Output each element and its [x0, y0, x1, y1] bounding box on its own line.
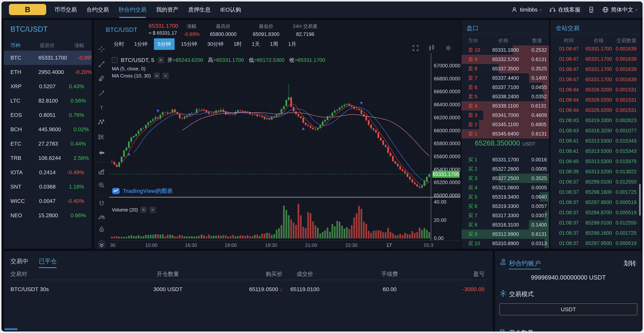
coin-row-WICC[interactable]: WICC 0.0047 -0.40%: [4, 194, 92, 208]
pane-separator[interactable]: [109, 197, 460, 198]
bid-row-4[interactable]: 买 4 65321.0600 0.0005: [462, 183, 549, 192]
user-menu[interactable]: timibbs ‹: [511, 6, 542, 13]
trade-row: 01:08:47 65331.1700 0.001639: [550, 74, 641, 85]
coin-row-LTC[interactable]: LTC 82.8100 0.56%: [4, 94, 92, 108]
coin-row-IOTA[interactable]: IOTA 0.2414 -0.49%: [4, 165, 92, 180]
nav-item-5[interactable]: IEO认购: [220, 1, 241, 18]
trade-time: 01:08:47: [555, 46, 583, 52]
ask-row-1[interactable]: 卖 10 65331.1800 0.2532: [462, 45, 549, 55]
arrow-left-icon[interactable]: [98, 149, 106, 157]
nav-item-0[interactable]: 币币交易: [54, 1, 77, 18]
edit-lock-icon[interactable]: [98, 212, 106, 220]
coin-row-ETC[interactable]: ETC 27.2783 0.44%: [4, 137, 92, 151]
timeframe-30分钟[interactable]: 30分钟: [204, 38, 227, 50]
nav-item-2[interactable]: 秒合约交易: [118, 1, 146, 18]
close-icon[interactable]: ×: [162, 73, 169, 79]
online-support[interactable]: 在线客服: [549, 6, 580, 13]
trade-qty: 0.001725: [614, 189, 636, 195]
tab-closed[interactable]: 已平仓: [39, 257, 57, 268]
timeframe-1时[interactable]: 1时: [230, 38, 246, 50]
brush-icon[interactable]: [98, 89, 106, 97]
trade-mode-select[interactable]: USDT: [500, 304, 637, 315]
bid-row-3[interactable]: 买 3 65327.2500 0.3525: [462, 174, 549, 183]
headset-icon: [549, 6, 556, 13]
trend-line-icon[interactable]: [98, 60, 106, 68]
ask-row-7[interactable]: 卖 4 65339.1100 0.6131: [462, 101, 549, 111]
coin-row-BTC[interactable]: BTC 65331.1700 -0.69%: [4, 51, 92, 65]
close-icon[interactable]: ×: [150, 207, 156, 213]
ask-label: 卖 5: [468, 93, 492, 100]
bid-row-7[interactable]: 买 7 65317.3300 0.0307: [462, 211, 549, 220]
price-axis[interactable]: 67000.000066800.000066600.000066400.0000…: [431, 53, 461, 241]
coin-row-NEO[interactable]: NEO 15.2800 0.66%: [4, 208, 92, 223]
candlestick-chart[interactable]: [109, 53, 431, 241]
timeframe-1月[interactable]: 1月: [284, 38, 300, 50]
gear-icon[interactable]: [140, 207, 147, 213]
coin-row-ETH[interactable]: ETH 2950.4000 -0.20%: [4, 65, 92, 79]
chevron-double-down-icon[interactable]: [98, 241, 106, 249]
coin-row-SNT[interactable]: SNT 0.0368 1.18%: [4, 180, 92, 194]
coin-table-header: 币种 最新价 涨幅: [4, 40, 92, 51]
timeframe-1分钟[interactable]: 1分钟: [130, 38, 151, 50]
ask-row-4[interactable]: 卖 7 65337.4400 0.1400: [462, 73, 549, 83]
xabcd-pattern-icon[interactable]: [98, 118, 106, 126]
ask-row-8[interactable]: 卖 3 65341.7000 0.4609: [462, 111, 549, 120]
bid-price: 65317.3300: [492, 213, 519, 219]
stat-high: 最高价65800.0000: [210, 20, 237, 37]
nav-item-3[interactable]: 我的资产: [156, 1, 178, 18]
timeframe-1周[interactable]: 1周: [266, 38, 282, 50]
coins-icon: [500, 328, 507, 333]
bid-row-6[interactable]: 买 6 65319.3300 0.0057: [462, 202, 549, 211]
bid-row-10[interactable]: 买 10 65310.8900 0.0313: [462, 239, 549, 248]
coin-row-BCH[interactable]: BCH 445.9600 0.02%: [4, 122, 92, 137]
ask-row-3[interactable]: 卖 8 65337.3500 0.3525: [462, 64, 549, 73]
ohlc-item: 高=65331.1700: [208, 57, 244, 64]
bid-row-8[interactable]: 买 8 65316.3100 0.1400: [462, 220, 549, 230]
crosshair-icon[interactable]: [98, 45, 106, 53]
coin-row-TRB[interactable]: TRB 106.6244 2.56%: [4, 151, 92, 165]
zoom-in-icon[interactable]: [98, 181, 106, 189]
timeframe-分时[interactable]: 分时: [110, 38, 128, 50]
ask-row-5[interactable]: 卖 6 65337.7100 0.0455: [462, 83, 549, 92]
transfer-button[interactable]: 划转: [624, 259, 636, 268]
chart-style-icon[interactable]: [428, 44, 436, 52]
coin-row-EOS[interactable]: EOS 0.8051 0.76%: [4, 108, 92, 122]
lock-icon[interactable]: [98, 225, 106, 233]
ask-label: 卖 7: [468, 75, 492, 81]
text-icon[interactable]: T: [98, 103, 106, 112]
app-download[interactable]: APP: [588, 6, 594, 13]
timeframe-1天[interactable]: 1天: [248, 38, 264, 50]
timeframe-5分钟[interactable]: 5分钟: [154, 38, 175, 50]
ask-row-10[interactable]: 卖 1 65345.6400 0.6131: [462, 129, 549, 138]
horizontal-scrollbar[interactable]: [4, 328, 18, 330]
coin-row-XRP[interactable]: XRP 0.5207 0.43%: [4, 79, 92, 94]
ask-row-6[interactable]: 卖 5 65338.2400 0.0352: [462, 92, 549, 101]
tradingview-link[interactable]: TradingView的图表: [112, 187, 172, 195]
trade-qty: 0.001531: [614, 97, 636, 103]
ask-row-9[interactable]: 卖 2 65345.1100 0.4905: [462, 120, 549, 129]
bid-row-2[interactable]: 买 2 65327.2600 0.0005: [462, 164, 549, 174]
bid-label: 买 1: [468, 156, 492, 163]
trades-scrollbar[interactable]: [639, 184, 641, 216]
nav-item-4[interactable]: 质押生息: [188, 1, 210, 18]
bid-row-5[interactable]: 买 5 65319.3400 0.0640: [462, 192, 549, 202]
ask-row-2[interactable]: 卖 9 65332.5700 0.6131: [462, 55, 549, 64]
gear-icon[interactable]: [154, 73, 160, 79]
collapse-legend-icon[interactable]: −: [112, 57, 118, 63]
magnet-icon[interactable]: [98, 200, 106, 208]
expand-icon[interactable]: [412, 44, 419, 52]
measure-icon[interactable]: [98, 167, 106, 176]
pitchfork-icon[interactable]: [98, 74, 106, 82]
bid-row-1[interactable]: 买 1 65331.1700 0.0016: [462, 155, 549, 164]
gear-icon[interactable]: [158, 57, 164, 63]
language-switch[interactable]: 简体中文 ‹: [602, 6, 637, 13]
timeframe-15分钟[interactable]: 15分钟: [177, 38, 201, 50]
gear-icon[interactable]: [444, 44, 452, 52]
account-title[interactable]: 秒合约账户: [509, 259, 541, 268]
nav-item-1[interactable]: 合约交易: [86, 1, 109, 18]
bid-row-9[interactable]: 买 9 65312.9900 0.6131: [462, 230, 549, 239]
tab-trading[interactable]: 交易中: [10, 257, 28, 268]
forecast-icon[interactable]: [98, 133, 106, 141]
brand-logo[interactable]: B: [9, 4, 46, 15]
sidebar-pair-title: BTC/USDT: [10, 25, 48, 33]
